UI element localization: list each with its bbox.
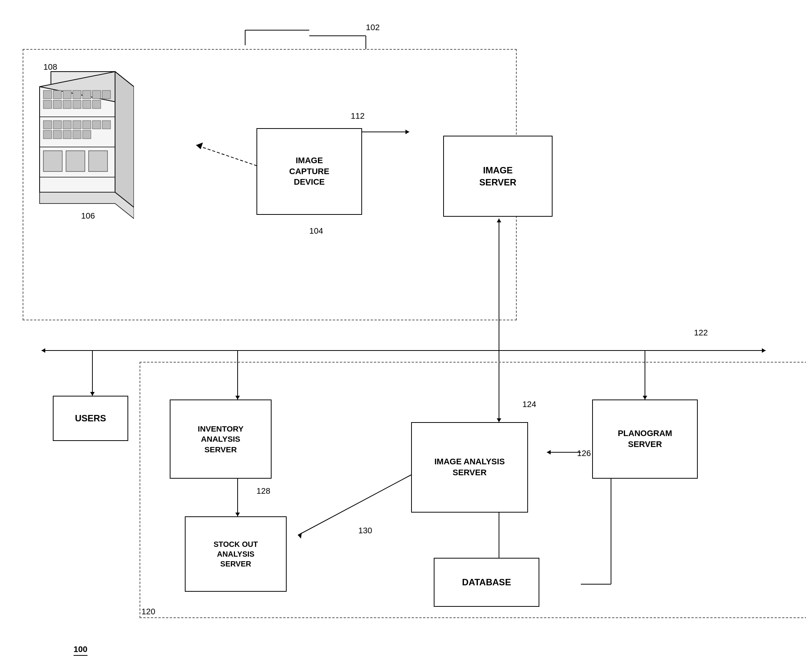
ref-100-label: 100 [74,644,88,656]
image-capture-device-box: IMAGE CAPTURE DEVICE [256,128,362,215]
svg-marker-11 [41,348,45,353]
svg-rect-52 [63,120,71,129]
database-label: DATABASE [462,576,511,588]
users-box: USERS [53,396,128,441]
svg-rect-53 [73,120,81,129]
image-server-label: IMAGE SERVER [479,164,516,188]
svg-marker-66 [115,72,134,207]
svg-marker-14 [90,392,95,396]
svg-rect-46 [63,100,71,109]
svg-rect-59 [63,130,71,139]
svg-rect-38 [53,91,61,99]
svg-rect-64 [89,151,107,171]
svg-rect-56 [102,120,111,129]
ref-128: 128 [256,486,271,496]
image-analysis-server-box: IMAGE ANALYSIS SERVER [411,422,528,512]
stock-out-analysis-server-label: STOCK OUT ANALYSIS SERVER [213,539,258,569]
svg-rect-50 [43,120,52,129]
svg-rect-40 [73,91,81,99]
database-box: DATABASE [434,558,539,607]
svg-rect-44 [43,100,52,109]
svg-rect-61 [83,130,91,139]
svg-rect-58 [53,130,61,139]
ref-112: 112 [351,111,365,121]
svg-rect-45 [53,100,61,109]
stock-out-analysis-server-box: STOCK OUT ANALYSIS SERVER [185,516,287,592]
image-capture-device-label: IMAGE CAPTURE DEVICE [289,155,329,188]
svg-rect-39 [63,91,71,99]
svg-rect-49 [92,100,101,109]
svg-rect-47 [73,100,81,109]
ref-126: 126 [577,448,591,458]
ref-130: 130 [358,526,372,535]
planogram-server-label: PLANOGRAM SERVER [618,428,672,450]
svg-rect-55 [92,120,101,129]
svg-rect-37 [43,91,52,99]
svg-marker-12 [762,348,766,353]
shelf-unit-svg [32,60,134,222]
svg-rect-48 [83,100,91,109]
ref-104: 104 [309,226,323,236]
image-analysis-server-label: IMAGE ANALYSIS SERVER [434,456,505,478]
ref-120: 120 [142,607,155,617]
svg-rect-54 [83,120,91,129]
svg-rect-63 [66,151,85,171]
svg-rect-57 [43,130,52,139]
svg-rect-42 [92,91,101,99]
ref-100: 100 [74,644,88,654]
ref-122: 122 [694,328,708,338]
users-label: USERS [75,412,106,424]
svg-rect-51 [53,120,61,129]
diagram: 102 104 106 108 110 112 120 122 124 126 … [0,0,806,672]
ref-102: 102 [366,23,380,33]
inventory-analysis-server-box: INVENTORY ANALYSIS SERVER [170,400,272,479]
image-server-box: IMAGE SERVER [443,136,553,217]
planogram-server-box: PLANOGRAM SERVER [592,400,698,479]
inventory-analysis-server-label: INVENTORY ANALYSIS SERVER [198,423,243,455]
svg-rect-60 [73,130,81,139]
svg-rect-41 [83,91,91,99]
svg-rect-62 [43,151,62,171]
svg-rect-43 [102,91,111,99]
ref-124: 124 [522,400,536,409]
